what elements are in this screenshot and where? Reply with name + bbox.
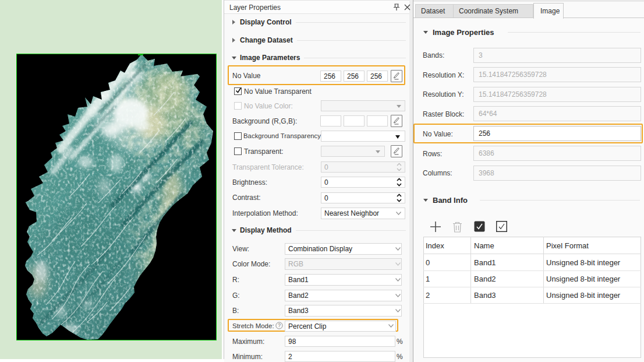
svg-text:?: ? <box>278 322 281 328</box>
